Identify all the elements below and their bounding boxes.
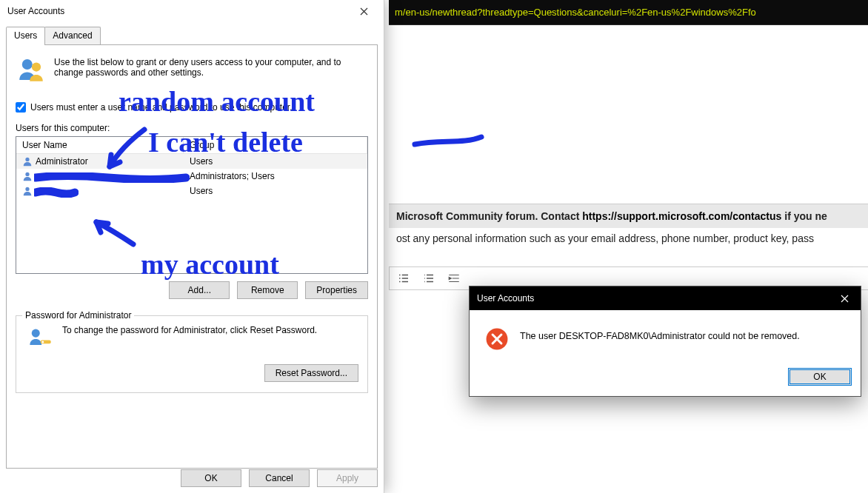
indent-icon[interactable] (446, 272, 462, 285)
svg-point-7 (41, 341, 44, 343)
table-row[interactable]: ████ Users (16, 184, 367, 198)
tab-advanced[interactable]: Advanced (44, 27, 100, 44)
tab-users[interactable]: Users (6, 27, 45, 45)
password-group: Password for Administrator To change the… (16, 315, 368, 393)
svg-point-4 (25, 187, 29, 191)
svg-point-5 (32, 329, 40, 338)
cell-username: Administrator (36, 156, 88, 167)
svg-point-1 (32, 62, 41, 71)
password-group-text: To change the password for Administrator… (62, 325, 317, 335)
cancel-button[interactable]: Cancel (249, 469, 310, 487)
users-table[interactable]: User Name Group Administrator Users ████… (16, 136, 368, 274)
close-button[interactable] (348, 1, 379, 21)
error-ok-button[interactable]: OK (788, 368, 852, 386)
svg-point-3 (25, 172, 29, 176)
table-row[interactable]: ████████████ Administrators; Users (16, 169, 367, 184)
url-fragment: m/en-us/newthread?threadtype=Questions&c… (395, 7, 756, 18)
svg-point-0 (22, 59, 33, 70)
dialog-title: User Accounts (7, 6, 348, 16)
cell-group: Users (184, 154, 367, 169)
tab-strip: UsersAdvanced (6, 27, 378, 45)
error-titlebar[interactable]: User Accounts (470, 286, 861, 310)
intro-text: Use the list below to grant or deny user… (54, 54, 368, 87)
error-icon (484, 326, 510, 352)
error-close-button[interactable] (828, 286, 861, 310)
cell-group: Users (184, 184, 367, 198)
community-notice: Microsoft Community forum. Contact https… (389, 204, 868, 228)
dialog-footer: OK Cancel Apply (6, 469, 378, 487)
tab-body: Use the list below to grant or deny user… (6, 45, 378, 469)
properties-button[interactable]: Properties (305, 281, 368, 299)
cell-username: ████████████ (36, 171, 111, 181)
reset-password-button[interactable]: Reset Password... (264, 364, 358, 382)
user-icon (22, 186, 33, 196)
users-group-icon (16, 54, 47, 87)
community-page: Microsoft Community forum. Contact https… (389, 204, 868, 290)
list-ordered-icon[interactable] (421, 272, 437, 285)
ok-button[interactable]: OK (181, 469, 241, 487)
browser-address-bar[interactable]: m/en-us/newthread?threadtype=Questions&c… (389, 0, 868, 25)
list-unordered-icon[interactable] (395, 272, 412, 285)
error-title: User Accounts (477, 293, 828, 303)
community-notice-line2: ost any personal information such as you… (389, 228, 868, 249)
table-header[interactable]: User Name Group (16, 137, 367, 154)
svg-point-2 (25, 158, 29, 161)
user-icon (22, 156, 33, 167)
support-link[interactable]: https://support.microsoft.com/contactus (582, 210, 781, 222)
users-list-label: Users for this computer: (16, 123, 368, 133)
col-username[interactable]: User Name (16, 137, 184, 153)
remove-button[interactable]: Remove (237, 281, 298, 299)
error-dialog: User Accounts The user DESKTOP-FAD8MK0\A… (469, 286, 861, 397)
add-button[interactable]: Add... (169, 281, 230, 299)
error-message: The user DESKTOP-FAD8MK0\Administrator c… (520, 326, 800, 352)
password-group-label: Password for Administrator (22, 310, 134, 321)
user-accounts-dialog: User Accounts UsersAdvanced Use the list… (0, 0, 384, 493)
col-group[interactable]: Group (184, 137, 367, 153)
dialog-titlebar[interactable]: User Accounts (0, 0, 384, 22)
require-password-label: Users must enter a user name and passwor… (30, 102, 293, 113)
intro: Use the list below to grant or deny user… (16, 54, 368, 87)
table-row[interactable]: Administrator Users (16, 154, 367, 169)
apply-button: Apply (317, 469, 378, 487)
require-password-input[interactable] (16, 102, 26, 113)
cell-group: Administrators; Users (184, 169, 367, 184)
require-password-checkbox[interactable]: Users must enter a user name and passwor… (16, 102, 368, 113)
key-user-icon (25, 325, 53, 355)
user-icon (22, 171, 33, 181)
cell-username: ████ (36, 186, 61, 196)
